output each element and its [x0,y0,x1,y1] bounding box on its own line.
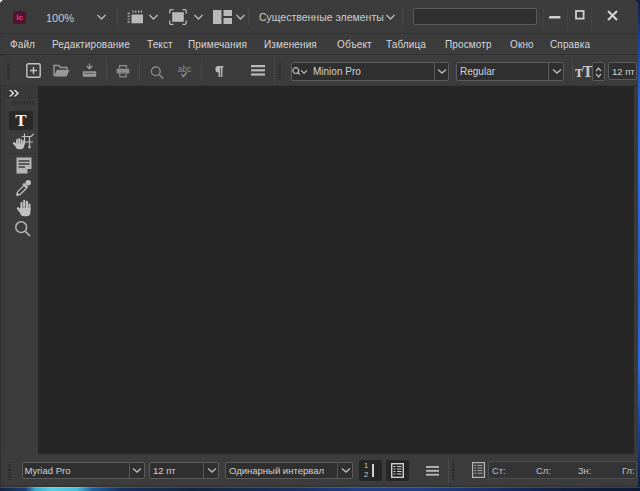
svg-text:abc: abc [178,64,192,74]
